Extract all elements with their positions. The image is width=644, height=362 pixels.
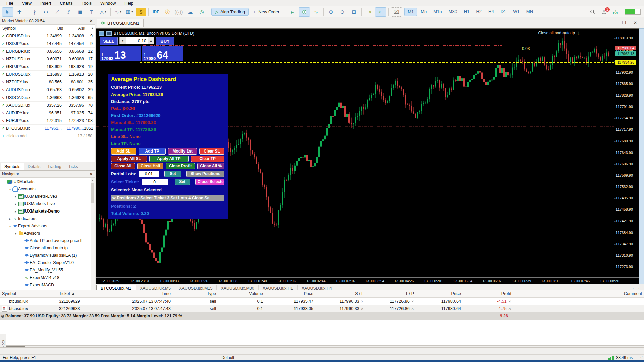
modify-1st-button[interactable]: Modify 1st xyxy=(168,148,197,155)
market-watch-row[interactable]: ↗GBPUSD.iux1.348991.349089 xyxy=(0,32,95,40)
select-ticket-input[interactable] xyxy=(142,179,168,185)
expand-icon[interactable]: ▸ xyxy=(13,202,18,206)
volume-increase-icon[interactable]: ▲ xyxy=(148,37,154,44)
buy-price-display[interactable]: 117980 64 xyxy=(142,46,183,61)
column-type[interactable]: Type xyxy=(173,291,218,296)
market-watch-close-icon[interactable]: ✕ xyxy=(89,18,93,23)
minimize-icon[interactable]: ─ xyxy=(608,20,616,25)
search-icon[interactable] xyxy=(590,9,595,15)
timeframe-m1[interactable]: M1 xyxy=(404,8,417,16)
menu-help[interactable]: Help xyxy=(120,0,138,6)
set-lots-button[interactable]: Set xyxy=(164,171,181,177)
chart-properties-icon[interactable] xyxy=(106,31,112,36)
clear-tp-button[interactable]: Clear TP xyxy=(191,156,225,162)
timeframe-h1[interactable]: H1 xyxy=(461,8,473,16)
chart-shift-button[interactable]: ⇤ xyxy=(375,7,386,17)
tab-ticks[interactable]: Ticks xyxy=(65,163,82,170)
marketplace-icon[interactable]: 🛈 xyxy=(162,8,173,16)
partial-lots-input[interactable] xyxy=(139,171,159,177)
sort-asc-icon[interactable]: ▲ xyxy=(85,27,95,30)
cursor-tool-button[interactable] xyxy=(2,7,13,17)
sell-button[interactable]: SELL xyxy=(100,37,118,45)
market-watch-row[interactable]: ↘USDCAD.iux1.368631.3692865 xyxy=(0,94,95,102)
market-watch-row[interactable]: ↘NZDUSD.iux0.600710.6008817 xyxy=(0,55,95,63)
auto-scroll-button[interactable]: ⇥ xyxy=(364,8,374,16)
close-selected-button[interactable]: Close Selected xyxy=(195,179,224,185)
candlestick-mode-button[interactable] xyxy=(299,7,310,17)
crosshair-tool-button[interactable]: ✚ xyxy=(14,8,25,16)
close-icon[interactable]: ✕ xyxy=(631,20,639,25)
column-ask[interactable]: Ask xyxy=(63,26,85,31)
zoom-in-button[interactable]: ⊕ xyxy=(326,8,336,16)
line-chart-mode-button[interactable]: ∿ xyxy=(311,8,321,16)
expand-icon[interactable]: ▸ xyxy=(13,195,18,198)
column-price[interactable]: Price xyxy=(265,291,315,296)
tree-item-expert-advisors[interactable]: ▾Expert Advisors xyxy=(0,222,91,230)
timeframe-m5[interactable]: M5 xyxy=(418,8,430,16)
screenshot-camera-button[interactable]: ⌧ xyxy=(391,7,402,17)
text-tool-button[interactable]: T xyxy=(86,8,97,16)
tab-symbols[interactable]: Symbols xyxy=(1,163,24,170)
column-ticket[interactable]: Ticket ▲ xyxy=(57,291,101,296)
tree-item-ea-candle-sniperv1-0[interactable]: EA_Candle_SniperV1.0 xyxy=(0,259,91,266)
position-row[interactable]: btcusd.iux3212696332025.07.13 07:47:43se… xyxy=(0,305,644,312)
collapse-icon[interactable]: ⊖ xyxy=(0,314,5,319)
indicators-dropdown[interactable]: ∿▾ xyxy=(113,8,123,16)
remove-tp-icon[interactable]: ✕ xyxy=(411,307,414,311)
tree-item-expertmacd[interactable]: ExpertMACD xyxy=(0,281,91,289)
tree-item-iuxmarkets[interactable]: IUXMarkets xyxy=(0,178,91,185)
connection-latency[interactable]: 38.49 ms xyxy=(616,355,633,360)
add-tp-button[interactable]: Add TP xyxy=(139,148,166,155)
tree-item-close-all-and-auto-tp[interactable]: Close all and auto tp xyxy=(0,244,91,252)
fibonacci-tool-button[interactable]: ≣ xyxy=(75,8,86,16)
tree-item-accounts[interactable]: ▾Accounts xyxy=(0,185,91,193)
shapes-tool-dropdown[interactable]: ◬▾ xyxy=(98,8,108,16)
tree-item-ea-modify-v1-55[interactable]: EA_Modify_V1.55 xyxy=(0,266,91,274)
timeframe-m15[interactable]: M15 xyxy=(430,8,445,16)
market-watch-row[interactable]: ↘NZDJPY.iux88.56688.60135 xyxy=(0,78,95,86)
signals-toolbar-icon[interactable]: ((·)) xyxy=(173,8,184,16)
algo-trading-button[interactable]: ▷ Algo Trading xyxy=(211,8,249,16)
ea-overlay-button[interactable]: Close all and auto tp ⭳ xyxy=(538,31,581,35)
remove-sl-icon[interactable]: ✕ xyxy=(361,307,364,311)
market-watch-row[interactable]: ↗GBPJPY.iux198.909198.92819 xyxy=(0,63,95,71)
market-watch-row[interactable]: ↘AUDJPY.iux96.95197.02574 xyxy=(0,109,95,117)
market-watch-add-row[interactable]: + click to add... 13 / 150 xyxy=(0,132,95,140)
scroll-up-icon[interactable]: ▲ xyxy=(91,179,95,182)
menu-charts[interactable]: Charts xyxy=(55,0,77,6)
tree-item-experma14-v18[interactable]: ∿ExperMA14 v18 xyxy=(0,274,91,281)
market-watch-row[interactable]: ↗USDJPY.iux147.445147.4549 xyxy=(0,40,95,48)
timeframe-h2[interactable]: H2 xyxy=(473,8,485,16)
column-time[interactable]: Time xyxy=(101,291,173,296)
chart-plot[interactable]: BTCUSD.iux, M1: Bitcoin vs US Dollar (CF… xyxy=(96,29,614,277)
menu-insert[interactable]: Insert xyxy=(36,0,56,6)
column-symbol[interactable]: Symbol xyxy=(0,291,57,296)
menu-file[interactable]: File xyxy=(2,0,18,6)
metaeditor-ide-button[interactable]: IDE xyxy=(151,8,161,16)
close-position-icon[interactable]: ✕ xyxy=(508,307,511,311)
collapse-icon[interactable]: ▾ xyxy=(8,224,12,228)
depth-of-market-icon[interactable] xyxy=(99,31,104,36)
column-comment[interactable]: Comment xyxy=(513,291,644,296)
time-axis[interactable]: 12 Jul 202512 Jul 23:3113 Jul 00:0313 Ju… xyxy=(96,277,643,284)
chart-window-tab[interactable]: BTCUSD.iux,M1 xyxy=(97,19,144,27)
tree-item-advisors[interactable]: ▾Advisors xyxy=(0,230,91,237)
column-volume[interactable]: Volume xyxy=(218,291,265,296)
copy-trading-icon[interactable]: ◎ xyxy=(196,8,207,16)
timeframe-h4[interactable]: H4 xyxy=(485,8,497,16)
close-all-button[interactable]: Close All xyxy=(111,163,135,169)
remove-tp-icon[interactable]: ✕ xyxy=(411,300,414,303)
column-bid[interactable]: Bid xyxy=(41,26,63,31)
expand-icon[interactable]: ▸ xyxy=(13,209,18,213)
close-half-button[interactable]: Close Half xyxy=(137,163,163,169)
timeframe-m30[interactable]: M30 xyxy=(446,8,460,16)
volume-input[interactable] xyxy=(126,37,148,44)
tab-details[interactable]: Details xyxy=(24,163,44,170)
market-watch-row[interactable]: ↘EURJPY.iux172.315172.423108 xyxy=(0,117,95,125)
tree-item-iuxmarkets-demo[interactable]: ▸IUXMarkets-Demo xyxy=(0,207,91,215)
column-s-l[interactable]: S / L xyxy=(315,291,366,296)
tree-item-indicators[interactable]: ▸∿Indicators xyxy=(0,215,91,222)
navigator-close-icon[interactable]: ✕ xyxy=(89,172,93,177)
position-row[interactable]: btcusd.iux3212696292025.07.13 07:47:40se… xyxy=(0,298,644,305)
menu-window[interactable]: Window xyxy=(96,0,120,6)
